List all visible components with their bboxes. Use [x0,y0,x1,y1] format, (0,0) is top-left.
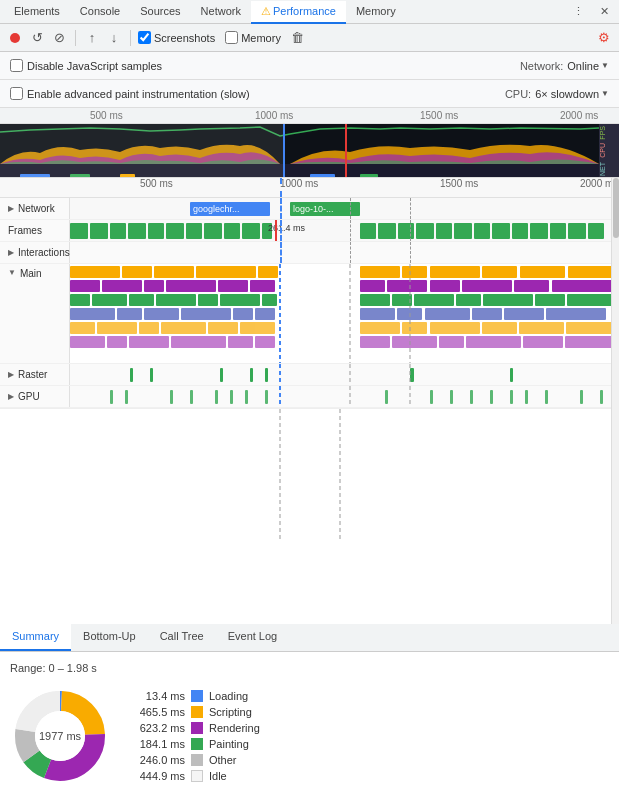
svg-rect-86 [402,322,427,334]
tab-bottom-up[interactable]: Bottom-Up [71,624,148,651]
svg-rect-9 [128,223,146,239]
cpu-option: CPU: 6× slowdown ▼ [505,88,609,100]
raster-content[interactable] [70,364,619,385]
main-expand-icon[interactable]: ▼ [8,268,16,277]
network-option: Network: Online ▼ [520,60,609,72]
tab-performance[interactable]: ⚠Performance [251,1,346,24]
record-button[interactable] [6,29,24,47]
gpu-label[interactable]: ▶ GPU [0,386,70,407]
svg-rect-59 [262,294,277,306]
svg-rect-93 [129,336,169,348]
tab-console[interactable]: Console [70,1,130,23]
raster-label[interactable]: ▶ Raster [0,364,70,385]
clear-button[interactable]: ⊘ [50,29,68,47]
legend: 13.4 ms Loading 465.5 ms Scripting 623.2… [130,690,260,782]
scrollbar-thumb[interactable] [613,178,619,238]
svg-rect-95 [228,336,253,348]
legend-scripting: 465.5 ms Scripting [130,706,260,718]
ruler-1500ms: 1500 ms [440,178,478,189]
svg-rect-26 [530,223,548,239]
frames-content[interactable]: 261.4 ms [70,220,619,241]
svg-point-0 [10,33,20,43]
svg-rect-7 [90,223,108,239]
main-label[interactable]: ▼ Main [0,264,70,363]
svg-rect-25 [512,223,528,239]
gpu-content[interactable] [70,386,619,407]
idle-color [191,770,203,782]
net-grey-line2 [410,198,411,219]
svg-rect-27 [550,223,566,239]
frames-grey2 [410,220,411,241]
main-content[interactable] [70,264,619,363]
tab-elements[interactable]: Elements [4,1,70,23]
svg-rect-130 [490,390,493,404]
tab-call-tree[interactable]: Call Tree [148,624,216,651]
ruler-label-1000: 1000 ms [255,110,293,121]
options-bar: Disable JavaScript samples Network: Onli… [0,52,619,80]
svg-rect-133 [545,390,548,404]
close-icon[interactable]: ✕ [594,5,615,18]
tab-event-log[interactable]: Event Log [216,624,290,651]
network-content[interactable]: googlechr... logo-10-... [70,198,619,219]
svg-rect-125 [265,390,268,404]
download-button[interactable]: ↓ [105,29,123,47]
svg-rect-118 [110,390,113,404]
svg-rect-20 [416,223,434,239]
svg-rect-39 [520,266,565,278]
tab-summary[interactable]: Summary [0,624,71,651]
frames-grey1 [350,220,351,241]
cpu-dropdown[interactable]: 6× slowdown ▼ [535,88,609,100]
upload-button[interactable]: ↑ [83,29,101,47]
svg-rect-129 [470,390,473,404]
svg-rect-50 [462,280,512,292]
reload-button[interactable]: ↺ [28,29,46,47]
svg-rect-106 [130,368,133,382]
interactions-label[interactable]: ▶ Interactions [0,242,70,263]
delete-button[interactable]: 🗑 [289,29,307,47]
cursor-line [345,124,347,178]
tab-memory[interactable]: Memory [346,1,406,23]
tab-sources[interactable]: Sources [130,1,190,23]
timeline-overview[interactable]: 500 ms 1000 ms 1500 ms 2000 ms [0,108,619,178]
timeline-main: 500 ms 1000 ms 1500 ms 2000 ms ▶ Network… [0,178,619,624]
svg-rect-60 [360,294,390,306]
scripting-color [191,706,203,718]
overflow-icon[interactable]: ⋮ [567,5,590,18]
svg-rect-92 [107,336,127,348]
svg-rect-28 [568,223,586,239]
main-ruler: 500 ms 1000 ms 1500 ms 2000 ms [0,178,619,198]
svg-rect-121 [190,390,193,404]
vertical-scrollbar[interactable] [611,178,619,624]
selection-region[interactable] [0,124,285,178]
svg-rect-52 [552,280,612,292]
net-grey-line1 [350,198,351,219]
svg-rect-67 [70,308,115,320]
settings-button[interactable]: ⚙ [595,29,613,47]
svg-rect-94 [171,336,226,348]
svg-rect-46 [250,280,275,292]
gpu-expand-icon[interactable]: ▶ [8,392,14,401]
screenshots-checkbox[interactable]: Screenshots [138,31,215,44]
raster-expand-icon[interactable]: ▶ [8,370,14,379]
network-label[interactable]: ▶ Network [0,198,70,219]
svg-rect-64 [483,294,533,306]
svg-rect-17 [360,223,376,239]
disable-js-checkbox[interactable]: Disable JavaScript samples [10,59,162,72]
interactions-content[interactable] [70,242,619,263]
ruler-label-1500: 1500 ms [420,110,458,121]
enable-paint-checkbox[interactable]: Enable advanced paint instrumentation (s… [10,87,250,100]
svg-rect-29 [588,223,604,239]
tracks-scroll[interactable]: ▶ Network googlechr... logo-10-... Frame… [0,198,619,624]
overview-chart[interactable]: FPS CPU NET [0,124,619,178]
network-expand-icon[interactable]: ▶ [8,204,14,213]
interactions-expand-icon[interactable]: ▶ [8,248,14,257]
svg-rect-98 [392,336,437,348]
empty-track-area [0,408,619,538]
memory-checkbox[interactable]: Memory [225,31,281,44]
ruler-label-500: 500 ms [90,110,123,121]
svg-rect-81 [139,322,159,334]
tab-network[interactable]: Network [191,1,251,23]
network-dropdown[interactable]: Online ▼ [567,60,609,72]
svg-rect-70 [181,308,231,320]
ruler-500ms: 500 ms [140,178,173,189]
